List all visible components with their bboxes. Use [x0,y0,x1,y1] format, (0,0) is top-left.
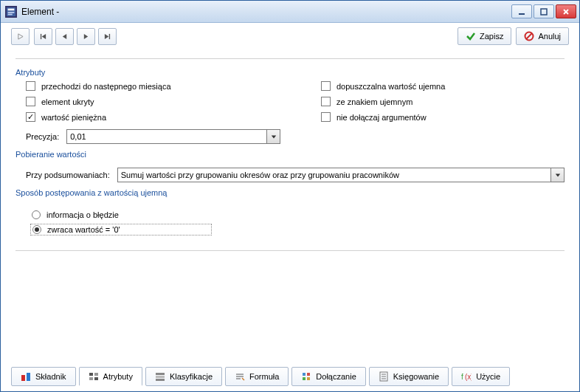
attributes-icon [89,371,99,382]
minimize-button[interactable] [511,4,532,18]
svg-marker-18 [555,173,559,176]
divider [15,250,565,251]
svg-rect-27 [156,379,165,381]
window-title: Element - [21,7,511,17]
svg-rect-14 [109,33,110,38]
tab-atrybuty[interactable]: Atrybuty [79,367,142,386]
svg-line-16 [526,33,532,39]
tab-label: Księgowanie [393,372,439,381]
checkbox-hidden-element[interactable] [26,97,35,106]
cancel-button[interactable]: Anuluj [516,27,569,45]
precision-dropdown-button[interactable] [266,130,280,143]
tab-klasyfikacje[interactable]: Klasyfikacje [145,367,222,386]
check-icon [466,31,476,41]
svg-rect-2 [8,12,15,13]
checkbox-money-value[interactable] [26,112,35,122]
summary-dropdown-button[interactable] [550,168,564,182]
tab-label: Klasyfikacje [170,372,213,381]
label-money-value: wartość pieniężna [41,113,106,122]
svg-rect-26 [156,376,165,378]
svg-rect-22 [94,373,98,376]
nav-first-button[interactable] [34,28,52,45]
summary-label: Przy podsumowaniach: [26,171,110,179]
svg-marker-13 [105,33,108,38]
checkbox-no-args[interactable] [321,112,331,122]
label-negative-sign: ze znakiem ujemnym [336,97,412,106]
checkbox-next-month[interactable] [26,81,35,91]
svg-rect-24 [94,377,98,380]
formula-icon [235,371,245,382]
svg-rect-32 [303,373,305,376]
svg-rect-23 [89,377,93,380]
nav-play-button[interactable] [11,28,30,45]
cancel-icon [524,31,534,41]
summary-input[interactable] [118,168,550,182]
svg-rect-35 [307,377,310,380]
section-retrieval-title: Pobieranie wartości [15,150,565,159]
close-button[interactable] [556,4,576,18]
radio-error-info[interactable] [32,210,41,219]
label-next-month: przechodzi do następnego miesiąca [41,82,171,91]
svg-text:(x): (x) [465,373,472,381]
checkbox-allow-negative[interactable] [321,81,331,91]
svg-rect-3 [8,13,13,15]
tab-label: Atrybuty [103,372,133,381]
label-allow-negative: dopuszczalna wartość ujemna [336,82,445,91]
svg-rect-19 [21,375,25,381]
svg-rect-9 [41,33,41,38]
svg-rect-20 [27,373,30,381]
precision-input[interactable] [67,130,266,143]
precision-label: Precyzja: [26,132,59,141]
svg-rect-21 [89,373,93,376]
svg-rect-34 [303,377,305,380]
tab-label: Dołączanie [316,372,356,381]
nav-prev-button[interactable] [55,28,74,45]
svg-rect-33 [307,373,310,376]
radio-return-zero[interactable] [32,225,41,234]
save-button[interactable]: Zapisz [458,27,511,45]
nav-next-button[interactable] [77,28,95,45]
accounting-icon [379,371,389,382]
section-negative-title: Sposób postępowania z wartością ujemną [15,188,565,197]
label-error-info: informacja o błędzie [46,210,119,219]
tab-formula[interactable]: Formuła [225,367,289,386]
checkbox-negative-sign[interactable] [321,97,331,106]
tab-label: Formuła [249,372,279,381]
nav-last-button[interactable] [98,28,117,45]
tab-label: Użycie [476,372,500,381]
tab-label: Składnik [35,372,66,381]
cancel-button-label: Anuluj [538,32,561,41]
svg-rect-25 [156,373,165,375]
maximize-button[interactable] [534,4,554,18]
svg-rect-5 [541,9,547,15]
save-button-label: Zapisz [480,32,503,41]
tab-dolaczanie[interactable]: Dołączanie [291,367,365,386]
svg-marker-10 [42,33,46,38]
label-return-zero: zwraca wartość = '0' [47,225,120,234]
section-attributes-title: Atrybuty [15,68,565,77]
svg-marker-12 [84,33,88,38]
svg-line-31 [242,378,244,380]
app-icon [5,6,17,18]
svg-rect-1 [8,8,15,10]
label-no-args: nie dołączaj argumentów [336,113,427,122]
classification-icon [155,371,165,382]
tab-uzycie[interactable]: f(x) Użycie [452,367,510,386]
svg-rect-4 [519,13,525,15]
attach-icon [301,371,311,382]
svg-marker-8 [18,33,23,38]
precision-combo[interactable] [66,129,280,144]
component-icon [21,371,31,382]
summary-combo[interactable] [117,168,565,182]
svg-marker-11 [63,33,66,38]
divider [15,58,565,59]
label-hidden-element: element ukryty [41,97,94,106]
usage-icon: f(x) [461,371,472,382]
tab-skladnik[interactable]: Składnik [11,367,76,386]
svg-marker-17 [272,135,276,138]
tab-ksiegowanie[interactable]: Księgowanie [369,367,449,386]
svg-text:f: f [461,373,463,381]
